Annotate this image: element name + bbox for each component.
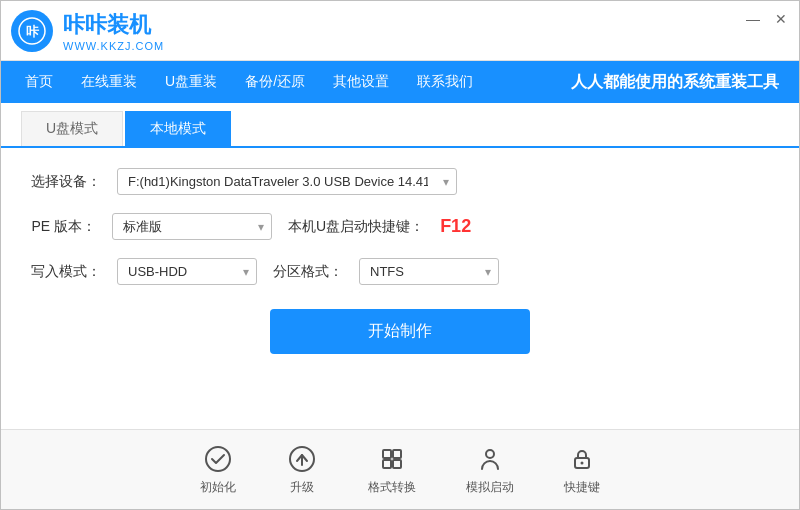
title-bar-controls: — ✕ (745, 11, 789, 27)
app-name-block: 咔咔装机 WWW.KKZJ.COM (63, 10, 164, 52)
tab-udisk[interactable]: U盘模式 (21, 111, 123, 146)
content-area: U盘模式 本地模式 选择设备： F:(hd1)Kingston DataTrav… (1, 103, 799, 509)
lock-icon (566, 443, 598, 475)
hotkey-label: 本机U盘启动快捷键： (288, 218, 424, 236)
toolbar-shortcut[interactable]: 快捷键 (564, 443, 600, 496)
svg-text:咔: 咔 (26, 24, 40, 39)
pe-select[interactable]: 标准版 (112, 213, 272, 240)
app-logo: 咔 (11, 10, 53, 52)
toolbar-simulate[interactable]: 模拟启动 (466, 443, 514, 496)
nav-item-udisk[interactable]: U盘重装 (151, 61, 231, 103)
check-circle-icon (202, 443, 234, 475)
format-icon (376, 443, 408, 475)
toolbar-format-label: 格式转换 (368, 479, 416, 496)
main-panel: 选择设备： F:(hd1)Kingston DataTraveler 3.0 U… (1, 148, 799, 429)
pe-label: PE 版本： (31, 218, 96, 236)
app-window: 咔 咔咔装机 WWW.KKZJ.COM — ✕ 首页 在线重装 U盘重装 备份/… (0, 0, 800, 510)
title-bar: 咔 咔咔装机 WWW.KKZJ.COM — ✕ (1, 1, 799, 61)
toolbar-upgrade[interactable]: 升级 (286, 443, 318, 496)
device-label: 选择设备： (31, 173, 101, 191)
nav-item-home[interactable]: 首页 (11, 61, 67, 103)
svg-point-2 (206, 447, 230, 471)
upload-icon (286, 443, 318, 475)
pe-hotkey-row: PE 版本： 标准版 本机U盘启动快捷键： F12 (31, 213, 769, 240)
nav-slogan: 人人都能使用的系统重装工具 (571, 72, 799, 93)
toolbar-upgrade-label: 升级 (290, 479, 314, 496)
write-select-wrapper: USB-HDD (117, 258, 257, 285)
svg-point-11 (581, 462, 584, 465)
write-select[interactable]: USB-HDD (117, 258, 257, 285)
app-url: WWW.KKZJ.COM (63, 40, 164, 52)
app-title: 咔咔装机 (63, 10, 164, 40)
partition-select-wrapper: NTFS (359, 258, 499, 285)
nav-item-contact[interactable]: 联系我们 (403, 61, 487, 103)
tab-local[interactable]: 本地模式 (125, 111, 231, 146)
toolbar-shortcut-label: 快捷键 (564, 479, 600, 496)
device-select-wrapper: F:(hd1)Kingston DataTraveler 3.0 USB Dev… (117, 168, 457, 195)
write-partition-row: 写入模式： USB-HDD 分区格式： NTFS (31, 258, 769, 285)
svg-rect-6 (393, 450, 401, 458)
hotkey-value: F12 (440, 216, 471, 237)
nav-bar: 首页 在线重装 U盘重装 备份/还原 其他设置 联系我们 人人都能使用的系统重装… (1, 61, 799, 103)
toolbar-format[interactable]: 格式转换 (368, 443, 416, 496)
minimize-button[interactable]: — (745, 11, 761, 27)
svg-point-9 (486, 450, 494, 458)
nav-item-settings[interactable]: 其他设置 (319, 61, 403, 103)
toolbar-simulate-label: 模拟启动 (466, 479, 514, 496)
start-btn-row: 开始制作 (31, 309, 769, 354)
device-select[interactable]: F:(hd1)Kingston DataTraveler 3.0 USB Dev… (117, 168, 457, 195)
bottom-toolbar: 初始化 升级 (1, 429, 799, 509)
partition-select[interactable]: NTFS (359, 258, 499, 285)
start-button[interactable]: 开始制作 (270, 309, 530, 354)
person-icon (474, 443, 506, 475)
device-row: 选择设备： F:(hd1)Kingston DataTraveler 3.0 U… (31, 168, 769, 195)
svg-rect-7 (383, 460, 391, 468)
svg-rect-8 (393, 460, 401, 468)
svg-rect-5 (383, 450, 391, 458)
toolbar-init[interactable]: 初始化 (200, 443, 236, 496)
write-label: 写入模式： (31, 263, 101, 281)
partition-label: 分区格式： (273, 263, 343, 281)
tabs-row: U盘模式 本地模式 (1, 103, 799, 148)
toolbar-init-label: 初始化 (200, 479, 236, 496)
pe-select-wrapper: 标准版 (112, 213, 272, 240)
nav-item-backup[interactable]: 备份/还原 (231, 61, 319, 103)
nav-item-online[interactable]: 在线重装 (67, 61, 151, 103)
close-button[interactable]: ✕ (773, 11, 789, 27)
